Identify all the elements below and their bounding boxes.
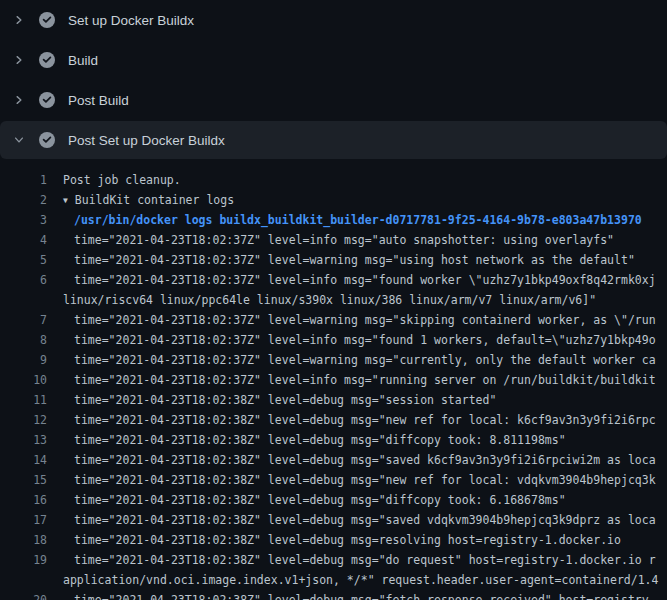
step-label: Build [68, 53, 98, 68]
chevron-right-icon [13, 54, 25, 66]
step-label: Set up Docker Buildx [68, 13, 194, 28]
log-line-content: time="2021-04-23T18:02:38Z" level=debug … [74, 433, 566, 447]
log-line-content: time="2021-04-23T18:02:37Z" level=info m… [74, 273, 656, 287]
log-line-text: ▼Post job cleanup. [47, 170, 181, 190]
log-line-text: ▼time="2021-04-23T18:02:38Z" level=debug… [47, 590, 656, 600]
log-line-content: time="2021-04-23T18:02:37Z" level=info m… [74, 333, 656, 347]
step-row[interactable]: Post Set up Docker Buildx [0, 121, 667, 159]
log-line-number[interactable]: 1 [0, 170, 47, 190]
log-line-content: /usr/bin/docker logs buildx_buildkit_bui… [74, 213, 642, 227]
log-line-number[interactable]: 5 [0, 250, 47, 270]
log-line-text: ▼time="2021-04-23T18:02:37Z" level=warni… [47, 250, 635, 270]
chevron-icon [11, 12, 27, 28]
log-line-content: time="2021-04-23T18:02:38Z" level=debug … [74, 393, 496, 407]
log-line-number[interactable]: 18 [0, 530, 47, 550]
chevron-icon [11, 132, 27, 148]
log-line-text: ▼time="2021-04-23T18:02:38Z" level=debug… [47, 430, 566, 450]
chevron-down-icon [13, 134, 25, 146]
log-line: ▼application/vnd.oci.image.index.v1+json… [0, 570, 667, 590]
chevron-right-icon [13, 14, 25, 26]
step-success-check-icon [39, 52, 55, 68]
log-line-number[interactable]: 12 [0, 410, 47, 430]
log-line-content: BuildKit container logs [75, 193, 234, 207]
log-line-number[interactable]: 20 [0, 590, 47, 600]
log-line: 13 ▼time="2021-04-23T18:02:38Z" level=de… [0, 430, 667, 450]
log-line-text: ▼linux/riscv64 linux/ppc64le linux/s390x… [47, 290, 596, 310]
log-line-number[interactable]: 4 [0, 230, 47, 250]
step-row[interactable]: Build [0, 40, 667, 80]
log-line-text: ▼time="2021-04-23T18:02:37Z" level=info … [47, 330, 656, 350]
log-line-content: time="2021-04-23T18:02:37Z" level=info m… [74, 373, 656, 387]
log-line: 17 ▼time="2021-04-23T18:02:38Z" level=de… [0, 510, 667, 530]
chevron-right-icon [13, 94, 25, 106]
log-line-content: time="2021-04-23T18:02:37Z" level=info m… [74, 233, 614, 247]
step-success-check-icon [39, 92, 55, 108]
log-line: 16 ▼time="2021-04-23T18:02:38Z" level=de… [0, 490, 667, 510]
log-line[interactable]: 2 ▼BuildKit container logs [0, 190, 667, 210]
log-line: 11 ▼time="2021-04-23T18:02:38Z" level=de… [0, 390, 667, 410]
log-line: 9 ▼time="2021-04-23T18:02:37Z" level=war… [0, 350, 667, 370]
log-line-number[interactable]: 16 [0, 490, 47, 510]
log-line-content: time="2021-04-23T18:02:37Z" level=warnin… [74, 313, 656, 327]
log-line: 7 ▼time="2021-04-23T18:02:37Z" level=war… [0, 310, 667, 330]
log-line: 4 ▼time="2021-04-23T18:02:37Z" level=inf… [0, 230, 667, 250]
log-line-content: time="2021-04-23T18:02:38Z" level=debug … [74, 453, 656, 467]
log-line-text: ▼time="2021-04-23T18:02:37Z" level=info … [47, 370, 656, 390]
log-line-content: application/vnd.oci.image.index.v1+json,… [63, 573, 658, 587]
log-line-text: ▼BuildKit container logs [47, 190, 234, 210]
log-line-content: time="2021-04-23T18:02:38Z" level=debug … [74, 513, 656, 527]
log-line-text: ▼time="2021-04-23T18:02:38Z" level=debug… [47, 510, 656, 530]
log-line-number[interactable]: 10 [0, 370, 47, 390]
log-line-number[interactable]: 13 [0, 430, 47, 450]
log-line-text: ▼time="2021-04-23T18:02:37Z" level=warni… [47, 310, 656, 330]
log-line: 20 ▼time="2021-04-23T18:02:38Z" level=de… [0, 590, 667, 600]
log-line-content: time="2021-04-23T18:02:38Z" level=debug … [74, 593, 656, 600]
log-line: 6 ▼time="2021-04-23T18:02:37Z" level=inf… [0, 270, 667, 290]
log-line-content: time="2021-04-23T18:02:38Z" level=debug … [74, 493, 566, 507]
log-line-content: time="2021-04-23T18:02:37Z" level=warnin… [74, 353, 656, 367]
log-line: 12 ▼time="2021-04-23T18:02:38Z" level=de… [0, 410, 667, 430]
log-line-text: ▼time="2021-04-23T18:02:38Z" level=debug… [47, 470, 656, 490]
log-line-text: ▼time="2021-04-23T18:02:37Z" level=warni… [47, 350, 656, 370]
log-line-content: Post job cleanup. [63, 173, 181, 187]
chevron-icon [11, 52, 27, 68]
log-line: ▼linux/riscv64 linux/ppc64le linux/s390x… [0, 290, 667, 310]
group-collapse-triangle-icon[interactable]: ▼ [63, 191, 68, 210]
step-row[interactable]: Set up Docker Buildx [0, 0, 667, 40]
log-line-number[interactable]: 9 [0, 350, 47, 370]
step-label: Post Build [68, 93, 129, 108]
step-label: Post Set up Docker Buildx [68, 133, 225, 148]
log-line-text: ▼time="2021-04-23T18:02:37Z" level=info … [47, 270, 656, 290]
log-line-number[interactable]: 14 [0, 450, 47, 470]
log-line-number[interactable]: 3 [0, 210, 47, 230]
log-line: 1 ▼Post job cleanup. [0, 170, 667, 190]
log-line-text: ▼time="2021-04-23T18:02:37Z" level=info … [47, 230, 614, 250]
step-row[interactable]: Post Build [0, 80, 667, 120]
log-line-content: time="2021-04-23T18:02:38Z" level=debug … [74, 553, 656, 567]
log-line: 18 ▼time="2021-04-23T18:02:38Z" level=de… [0, 530, 667, 550]
log-line-text: ▼time="2021-04-23T18:02:38Z" level=debug… [47, 490, 566, 510]
log-line-text: ▼time="2021-04-23T18:02:38Z" level=debug… [47, 450, 656, 470]
log-line-number[interactable] [0, 290, 47, 310]
log-line: 15 ▼time="2021-04-23T18:02:38Z" level=de… [0, 470, 667, 490]
log-line-content: linux/riscv64 linux/ppc64le linux/s390x … [63, 293, 596, 307]
log-line: 5 ▼time="2021-04-23T18:02:37Z" level=war… [0, 250, 667, 270]
log-line-number[interactable]: 6 [0, 270, 47, 290]
log-line-number[interactable]: 15 [0, 470, 47, 490]
log-line-number[interactable] [0, 570, 47, 590]
log-line-text: ▼time="2021-04-23T18:02:38Z" level=debug… [47, 530, 621, 550]
log-line-number[interactable]: 11 [0, 390, 47, 410]
step-success-check-icon [39, 132, 55, 148]
log-line-content: time="2021-04-23T18:02:38Z" level=debug … [74, 533, 621, 547]
step-success-check-icon [39, 12, 55, 28]
log-line-number[interactable]: 2 [0, 190, 47, 210]
log-line-number[interactable]: 19 [0, 550, 47, 570]
log-line: 3 ▼/usr/bin/docker logs buildx_buildkit_… [0, 210, 667, 230]
log-line-number[interactable]: 7 [0, 310, 47, 330]
log-line: 14 ▼time="2021-04-23T18:02:38Z" level=de… [0, 450, 667, 470]
log-line: 19 ▼time="2021-04-23T18:02:38Z" level=de… [0, 550, 667, 570]
log-viewer: 1 ▼Post job cleanup. 2 ▼BuildKit contain… [0, 160, 667, 600]
log-line-content: time="2021-04-23T18:02:38Z" level=debug … [74, 413, 656, 427]
log-line-number[interactable]: 8 [0, 330, 47, 350]
log-line-number[interactable]: 17 [0, 510, 47, 530]
